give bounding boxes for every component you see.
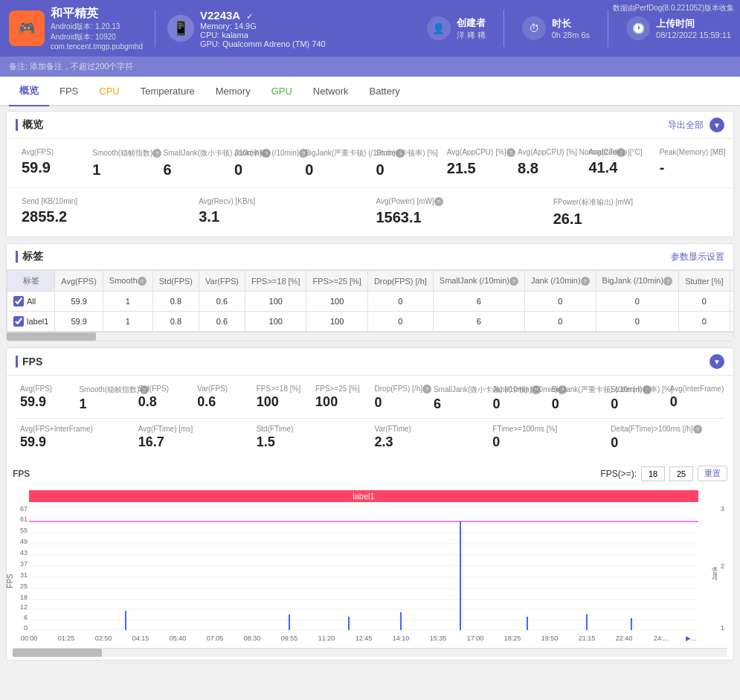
metric-appcpu-norm: Avg(AppCPU) [%] Normalized? 8.8 [512, 145, 582, 182]
metric-memory: Peak(Memory) [MB] - [654, 145, 724, 182]
y-tick-67: 67 [20, 505, 28, 513]
fps-collapse-btn[interactable]: ▼ [710, 354, 724, 369]
fps-m-bigjank: BigJank(严重卡顿) (/10min)? 0 [547, 382, 606, 415]
th-sj-icon[interactable]: ? [509, 277, 518, 286]
x-tick-2: 02:50 [95, 635, 112, 642]
cell-j-all: 0 [524, 292, 596, 312]
metric-jank: Jank(卡顿) (/10min)? 0 [228, 145, 299, 182]
fps-m-std: Std(FPS) 0.8 [134, 382, 193, 415]
fps-filter-val2[interactable] [669, 466, 693, 481]
power-help-icon[interactable]: ? [434, 197, 443, 206]
metric-bigjank: BigJank(严重卡顿) (/10min)? 0 [299, 145, 370, 182]
cell-stdfps-all: 0.8 [152, 292, 199, 312]
reset-button[interactable]: 重置 [698, 466, 727, 481]
tab-memory[interactable]: Memory [205, 78, 261, 106]
th-bj-icon[interactable]: ? [663, 277, 672, 286]
scroll-thumb[interactable] [7, 333, 96, 341]
x-tick-15: 21:15 [579, 635, 596, 642]
export-link[interactable]: 导出全部 [668, 119, 704, 132]
tags-settings-link[interactable]: 参数显示设置 [671, 251, 724, 263]
col-varfps: Var(FPS) [199, 271, 245, 292]
tab-fps[interactable]: FPS [49, 78, 89, 106]
y-tick-61: 61 [20, 516, 28, 523]
metric-appcpu-label: Avg(AppCPU) [%]? [447, 148, 506, 157]
fps-m-varftime: Var(FTime) 2.3 [370, 422, 488, 454]
overview-collapse-btn[interactable]: ▼ [710, 118, 724, 132]
label-label1: label1 [27, 317, 48, 326]
fps-metrics: Avg(FPS) 59.9 Smooth(稳帧指数)? 1 Std(FPS) 0… [7, 376, 733, 463]
fps-filter-val1[interactable] [641, 466, 665, 481]
tab-network[interactable]: Network [303, 78, 359, 106]
creator-stat: 👤 创建者 洋 稀 稀 [427, 16, 486, 41]
x-tick-17: 24:... [654, 635, 669, 642]
y-tick-43: 43 [20, 549, 28, 556]
metric-send-value: 2855.2 [22, 208, 187, 225]
fps-m-inter: Avg(InterFrame) 0 [666, 382, 724, 415]
cell-fps18-label1: 100 [245, 312, 306, 332]
tags-table-container: 标签 Avg(FPS) Smooth? Std(FPS) Var(FPS) FP… [7, 270, 733, 332]
overview-title: 概览 [16, 118, 43, 132]
cell-varfps-label1: 0.6 [199, 312, 245, 332]
tags-scrollbar[interactable] [7, 332, 733, 341]
y-tick-49: 49 [20, 538, 28, 545]
col-tag: 标签 [7, 271, 55, 292]
y-tick-0: 0 [24, 624, 28, 632]
fps-m-stdftime: Std(FTime) 1.5 [252, 422, 370, 454]
y-right-tick-3: 3 [721, 505, 724, 513]
col-jank: Jank (/10min)? [524, 271, 596, 292]
y-right-tick-2: 2 [721, 562, 724, 570]
x-tick-9: 12:45 [355, 635, 373, 642]
y-tick-6: 6 [24, 614, 28, 621]
metric-power-label: Avg(Power) [mW]? [376, 197, 541, 206]
col-stutter: Stutter [%] [679, 271, 730, 292]
tab-cpu[interactable]: CPU [89, 78, 129, 106]
verified-icon: ✓ [246, 12, 253, 21]
metric-ctemp: Avg(CTemp)[°C] 41.4 [582, 145, 653, 182]
fps-delta-help[interactable]: ? [693, 425, 702, 434]
cell-fps25-all: 100 [306, 292, 367, 312]
tab-overview[interactable]: 概览 [9, 77, 49, 106]
device-name: V2243A ✓ [200, 9, 326, 22]
metric-smooth-label: Smooth(稳帧指数)? [92, 148, 151, 158]
chart-fps-label: FPS [13, 469, 30, 479]
checkbox-label1[interactable] [13, 316, 24, 327]
fps-m-ftime100: FTime>=100ms [%] 0 [488, 422, 606, 454]
th-smooth-icon[interactable]: ? [138, 277, 147, 286]
app-details: 和平精英 Android版本: 1.20.13 Android版本: 10920… [51, 6, 143, 51]
col-avginter: Avg(InterFrame) [730, 271, 733, 292]
y-tick-55: 55 [20, 527, 28, 534]
metric-recv-label: Avg(Recv) [KB/s] [199, 197, 364, 205]
cell-drop-label1: 0 [367, 312, 433, 332]
duration-info: 时长 0h 28m 6s [552, 17, 590, 39]
fps-scroll-thumb[interactable] [13, 649, 102, 657]
x-tick-8: 11:20 [318, 635, 335, 642]
tab-temperature[interactable]: Temperature [130, 78, 205, 106]
metric-fpower-label: FPower(标准输出) [mW] [553, 197, 718, 208]
app-icon: 🎮 [9, 10, 45, 46]
chart-controls: FPS FPS(>=): 重置 [7, 463, 733, 484]
cell-fps-label1: 59.9 [55, 312, 103, 332]
fps-m-var: Var(FPS) 0.6 [193, 382, 251, 415]
note-bar: 备注: 添加备注，不超过200个字符 [0, 57, 740, 77]
device-details: V2243A ✓ Memory: 14.9G CPU: kalama GPU: … [200, 9, 326, 48]
th-j-icon[interactable]: ? [581, 277, 590, 286]
tab-gpu[interactable]: GPU [261, 78, 303, 106]
tab-bar: 概览 FPS CPU Temperature Memory GPU Networ… [0, 77, 740, 106]
overview-metrics-row2: Send [KB/10min] 2855.2 Avg(Recv) [KB/s] … [7, 187, 733, 237]
metric-memory-label: Peak(Memory) [MB] [660, 148, 718, 156]
x-tick-5: 07:05 [207, 635, 224, 642]
upload-info: 上传时间 08/12/2022 15:59:11 [656, 17, 731, 39]
col-fps18: FPS>=18 [%] [245, 271, 306, 292]
fps-m-fpsinter: Avg(FPS+InterFrame) 59.9 [16, 422, 134, 454]
label-all: All [27, 297, 36, 306]
metric-appcpu-value: 21.5 [447, 160, 506, 177]
tab-battery[interactable]: Battery [359, 78, 411, 106]
x-tick-12: 17:00 [467, 635, 484, 642]
cell-stutter-label1: 0 [679, 312, 730, 332]
fps-chart-scrollbar[interactable] [13, 648, 727, 657]
duration-label: 时长 [552, 17, 590, 30]
checkbox-all[interactable] [13, 296, 24, 306]
fps-m-deltaftime: Delta(FTime)>100ms [/h]? 0 [606, 422, 724, 454]
fps-filter-label: FPS(>=): [600, 469, 637, 479]
metric-memory-value: - [660, 159, 718, 176]
